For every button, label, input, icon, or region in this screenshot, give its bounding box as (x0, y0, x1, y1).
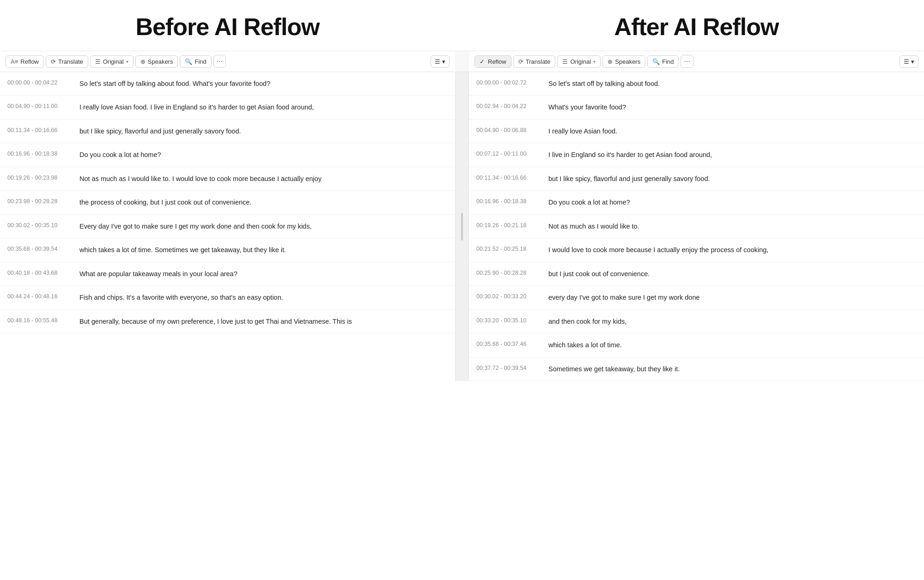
right-speakers-btn[interactable]: ⊕ Speakers (602, 55, 645, 68)
timestamp: 00:30.02 - 00:35.10 (7, 221, 72, 229)
grid-chevron-right: ▾ (911, 58, 914, 65)
reflow-icon: A≡ (11, 58, 18, 65)
transcript-text: Fish and chips. It's a favorite with eve… (79, 292, 448, 302)
right-more-btn[interactable]: ··· (681, 55, 693, 68)
after-title: After AI Reflow (469, 13, 924, 41)
timestamp: 00:16.96 - 00:18.38 (476, 197, 541, 205)
table-row: 00:21.52 - 00:25.18 I would love to cook… (469, 238, 924, 262)
speakers-icon-right: ⊕ (608, 58, 613, 65)
table-row: 00:25.90 - 00:28.28 but I just cook out … (469, 262, 924, 286)
headers-row: Before AI Reflow After AI Reflow (0, 0, 924, 51)
original-label: Original (103, 58, 124, 65)
transcript-text: What's your favorite food? (548, 102, 917, 112)
transcript-text: Sometimes we get takeaway, but they like… (548, 364, 917, 374)
reflow-label: Reflow (20, 58, 39, 65)
find-icon-right: 🔍 (652, 58, 660, 65)
transcript-text: So let's start off by talking about food… (548, 79, 917, 89)
checkmark-icon: ✓ (480, 58, 485, 65)
translate-label-right: Translate (526, 58, 551, 65)
find-label-right: Find (662, 58, 674, 65)
timestamp: 00:11.34 - 00:16.66 (476, 174, 541, 181)
right-translate-btn[interactable]: ⟳ Translate (513, 55, 556, 68)
right-panel-header: After AI Reflow (469, 0, 924, 51)
transcript-text: I live in England so it's harder to get … (548, 150, 917, 160)
transcript-text: But generally, because of my own prefere… (79, 316, 448, 326)
header-divider (455, 0, 469, 51)
timestamp: 00:48.16 - 00:55.48 (7, 316, 72, 324)
transcript-text: and then cook for my kids, (548, 316, 917, 326)
translate-icon-right: ⟳ (518, 58, 523, 65)
original-chevron-right: ▾ (593, 59, 596, 64)
translate-label: Translate (58, 58, 83, 65)
timestamp: 00:07.12 - 00:11.00 (476, 150, 541, 157)
timestamp: 00:04.90 - 00:06.88 (476, 126, 541, 133)
timestamp: 00:11.34 - 00:16.66 (7, 126, 72, 133)
right-original-btn[interactable]: ☰ Original ▾ (557, 55, 601, 68)
right-grid-btn[interactable]: ☰ ▾ (900, 55, 918, 68)
timestamp: 00:25.90 - 00:28.28 (476, 269, 541, 276)
left-translate-btn[interactable]: ⟳ Translate (46, 55, 88, 68)
panels-row: 00:00.00 - 00:04.22 So let's start off b… (0, 72, 924, 381)
timestamp: 00:04.90 - 00:11.00 (7, 102, 72, 109)
find-label: Find (195, 58, 206, 65)
table-row: 00:00.00 - 00:02.72 So let's start off b… (469, 72, 924, 96)
left-reflow-btn[interactable]: A≡ Reflow (6, 55, 44, 68)
original-icon-right: ☰ (562, 58, 568, 65)
table-row: 00:16.96 - 00:18.38 Do you cook a lot at… (0, 143, 455, 167)
timestamp: 00:21.52 - 00:25.18 (476, 245, 541, 252)
left-speakers-btn[interactable]: ⊕ Speakers (135, 55, 178, 68)
toolbars-row: A≡ Reflow ⟳ Translate ☰ Original ▾ ⊕ Spe… (0, 51, 924, 72)
table-row: 00:02.94 - 00:04.22 What's your favorite… (469, 96, 924, 119)
left-toolbar: A≡ Reflow ⟳ Translate ☰ Original ▾ ⊕ Spe… (0, 51, 455, 72)
timestamp: 00:44.24 - 00:48.16 (7, 292, 72, 300)
original-label-right: Original (570, 58, 591, 65)
table-row: 00:35.68 - 00:37.46 which takes a lot of… (469, 333, 924, 357)
speakers-label-right: Speakers (615, 58, 640, 65)
transcript-text: I really love Asian food. I live in Engl… (79, 102, 448, 112)
table-row: 00:35.68 - 00:39.54 which takes a lot of… (0, 238, 455, 262)
right-toolbar: ✓ Reflow ⟳ Translate ☰ Original ▾ ⊕ Spea… (469, 51, 924, 72)
transcript-text: which takes a lot of time. (548, 340, 917, 350)
transcript-text: Every day I've got to make sure I get my… (79, 221, 448, 231)
left-find-btn[interactable]: 🔍 Find (180, 55, 211, 68)
timestamp: 00:19.26 - 00:23.98 (7, 174, 72, 181)
left-grid-btn[interactable]: ☰ ▾ (431, 55, 450, 68)
more-label-right: ··· (684, 57, 690, 66)
before-title: Before AI Reflow (0, 13, 455, 41)
table-row: 00:19.26 - 00:21.18 Not as much as I wou… (469, 215, 924, 238)
grid-icon-right: ☰ (904, 58, 909, 65)
table-row: 00:00.00 - 00:04.22 So let's start off b… (0, 72, 455, 96)
table-row: 00:04.90 - 00:11.00 I really love Asian … (0, 96, 455, 119)
grid-icon: ☰ (435, 58, 440, 65)
original-icon: ☰ (95, 58, 101, 65)
table-row: 00:11.34 - 00:16.66 but I like spicy, fl… (0, 120, 455, 143)
transcript-text: Do you cook a lot at home? (548, 197, 917, 207)
timestamp: 00:00.00 - 00:02.72 (476, 79, 541, 86)
transcript-text: I would love to cook more because I actu… (548, 245, 917, 255)
transcript-text: Not as much as I would like to. (548, 221, 917, 231)
timestamp: 00:19.26 - 00:21.18 (476, 221, 541, 229)
table-row: 00:19.26 - 00:23.98 Not as much as I wou… (0, 167, 455, 191)
speakers-icon: ⊕ (140, 58, 146, 65)
original-chevron: ▾ (126, 59, 128, 64)
left-panel-header: Before AI Reflow (0, 0, 455, 51)
left-original-btn[interactable]: ☰ Original ▾ (90, 55, 134, 68)
timestamp: 00:33.20 - 00:35.10 (476, 316, 541, 324)
transcript-text: but I like spicy, flavorful and just gen… (548, 174, 917, 184)
timestamp: 00:30.02 - 00:33.20 (476, 292, 541, 300)
table-row: 00:30.02 - 00:35.10 Every day I've got t… (0, 215, 455, 238)
timestamp: 00:37.72 - 00:39.54 (476, 364, 541, 371)
timestamp: 00:02.94 - 00:04.22 (476, 102, 541, 109)
table-row: 00:33.20 - 00:35.10 and then cook for my… (469, 310, 924, 333)
transcript-text: I really love Asian food. (548, 126, 917, 136)
timestamp: 00:40.18 - 00:43.68 (7, 269, 72, 276)
left-more-btn[interactable]: ··· (213, 55, 226, 68)
timestamp: 00:23.98 - 00:28.28 (7, 197, 72, 205)
transcript-text: but I just cook out of convenience. (548, 269, 917, 279)
left-panel: 00:00.00 - 00:04.22 So let's start off b… (0, 72, 455, 381)
right-reflow-btn[interactable]: ✓ Reflow (474, 55, 511, 68)
right-find-btn[interactable]: 🔍 Find (647, 55, 679, 68)
speakers-label: Speakers (148, 58, 173, 65)
table-row: 00:04.90 - 00:06.88 I really love Asian … (469, 120, 924, 143)
timestamp: 00:16.96 - 00:18.38 (7, 150, 72, 157)
